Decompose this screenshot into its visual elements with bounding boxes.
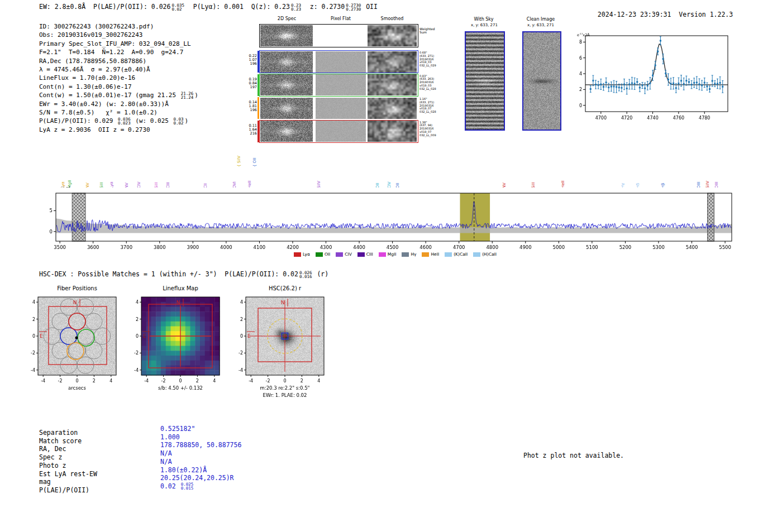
legend-swatch bbox=[422, 252, 429, 257]
match-row-label: P(LAE)/P(OII) bbox=[39, 486, 89, 494]
report-meta: 2024-12-23 23:39:31 Version 1.22.3 bbox=[590, 3, 733, 18]
legend-swatch bbox=[336, 252, 343, 257]
info-line: S/N = 7.8(±0.5) χ² = 1.0(±0.2) bbox=[39, 108, 198, 117]
emission-line-label: { OII bbox=[252, 158, 257, 167]
stacked-uncertainty: 0.230.23 bbox=[291, 3, 301, 11]
fiber-row-smoothed-image bbox=[368, 98, 417, 119]
stacked-uncertainty: 0.030.02 bbox=[174, 117, 184, 125]
cutout-xlabel-hsc: m:20.3 re:2.2" s:0.5" bbox=[237, 385, 332, 391]
match-row-label: RA, Dec bbox=[39, 445, 66, 453]
col-header-pixelflat: Pixel Flat bbox=[316, 16, 366, 21]
info-line: LineFlux = 1.70(±0.20)e-16 bbox=[39, 74, 198, 82]
fiber-row-weights: 0.221.07196 bbox=[245, 54, 257, 66]
fiber-row-pixelflat-image bbox=[316, 74, 366, 95]
legend-swatch bbox=[357, 252, 365, 257]
legend-item: MgII bbox=[379, 252, 397, 257]
cutout-title-lineflux: Lineflux Map bbox=[141, 285, 220, 291]
legend-swatch bbox=[379, 252, 386, 257]
match-row-value: 0.02 0.0250.015 bbox=[160, 482, 194, 491]
legend-item: CIV bbox=[336, 252, 352, 257]
info-line: Cont(w) = 1.50(±0.01)e-17 (gmag 21.25 21… bbox=[39, 91, 198, 99]
match-row-value: N/A bbox=[160, 449, 172, 457]
fiber-row-2dspec-image bbox=[260, 51, 313, 73]
info-line: Cont(n) = 1.30(±0.06)e-17 bbox=[39, 83, 198, 91]
legend-item: Hγ bbox=[402, 252, 416, 257]
legend-item: HeII bbox=[422, 252, 439, 257]
col-header-smoothed: Smoothed bbox=[368, 16, 417, 21]
spectrum-legend: LyαOIICIVCIIIMgIIHγHeII(K)CaII(H)CaII bbox=[47, 252, 743, 257]
stacked-uncertainty: 0.0260.016 bbox=[299, 271, 312, 279]
info-line: Obs: 20190316v019_3002762243 bbox=[39, 31, 198, 39]
info-line: λ = 4745.46Å σ = 2.97(±0.40)Å bbox=[39, 65, 198, 74]
legend-item: CIII bbox=[357, 252, 373, 257]
match-row-label: mag bbox=[39, 478, 51, 486]
photz-note: Phot z plot not available. bbox=[523, 452, 624, 459]
info-line: F=2.1" T=0.184 N̄=1.22 A=0.90 g=24.7 bbox=[39, 48, 198, 56]
legend-item: Lyα bbox=[294, 252, 310, 257]
match-row-label: Spec z bbox=[39, 453, 63, 461]
linefit-ylabel: e-17x2Å bbox=[577, 32, 590, 37]
cutout-xlabel-fiber: arcsecs bbox=[38, 385, 116, 391]
legend-item: (K)CaII bbox=[445, 252, 468, 257]
fiber-positions-image bbox=[22, 295, 123, 386]
fiber-row-weights: 0.141.81196 bbox=[245, 100, 257, 112]
fiber-row-2dspec-image bbox=[260, 74, 313, 95]
col-header-2dspec: 2D Spec bbox=[260, 16, 313, 21]
fiber-row-smoothed-image bbox=[368, 121, 417, 142]
emission-line-label: { SiIV bbox=[237, 156, 241, 167]
fiber-row-2dspec-image bbox=[260, 98, 313, 119]
fiber-row-pixelflat-image bbox=[316, 121, 366, 142]
info-line: EWr = 3.40(±0.42) (w: 2.80(±0.33))Å bbox=[39, 100, 198, 108]
fiber-row-2dspec-image bbox=[260, 121, 313, 142]
info-line: Primary Spec_Slot_IFU_AMP: 032_094_028_L… bbox=[39, 40, 198, 48]
fiber-row-weights: 0.111.64216 bbox=[245, 124, 257, 136]
match-row-value: 1.000 bbox=[160, 433, 180, 441]
match-row-label: Est LyA rest-EW bbox=[39, 470, 97, 478]
match-row-value: 178.788850, 50.887756 bbox=[160, 441, 241, 449]
stacked-uncertainty: 0.27300.2730 bbox=[346, 3, 361, 11]
stacked-uncertainty: 0.0250.015 bbox=[181, 482, 194, 490]
info-line: ID: 3002762243 (3002762243.pdf) bbox=[39, 22, 198, 31]
cutout-title-fiber: Fiber Positions bbox=[38, 285, 116, 291]
legend-item: (H)CaII bbox=[473, 252, 497, 257]
cutout-xlabel2-hsc: EWr: 1. PLAE: 0.02 bbox=[237, 392, 332, 398]
legend-swatch bbox=[473, 252, 480, 257]
detection-info-block: ID: 3002762243 (3002762243.pdf)Obs: 2019… bbox=[39, 22, 198, 134]
stacked-uncertainty: 0.0360.023 bbox=[118, 117, 131, 125]
info-line: LyA z = 2.9036 OII z = 0.2730 bbox=[39, 126, 198, 134]
fiber-row-annotation: 1.16"(633, 271)20190316v019_07032_LL_028 bbox=[419, 98, 443, 114]
elixer-report-page: { "header": { "parts": [ {"t":"EW: 2.8±0… bbox=[0, 0, 782, 532]
stacked-uncertainty: 21.2621.24 bbox=[181, 92, 194, 99]
match-row-label: Separation bbox=[39, 429, 78, 437]
legend-swatch bbox=[294, 252, 301, 257]
fiber-row-pixelflat-image bbox=[316, 51, 366, 73]
timestamp: 2024-12-23 23:39:31 bbox=[598, 11, 671, 18]
match-row-value: N/A bbox=[160, 458, 172, 466]
weighted-sum-smoothed-image bbox=[368, 25, 417, 46]
match-row-value: 1.80(±0.22)Å bbox=[160, 466, 207, 474]
lineflux-map-image bbox=[126, 295, 226, 386]
match-row-value: 20.25(20.24,20.25)R bbox=[160, 474, 234, 482]
fiber-row-smoothed-image bbox=[368, 74, 417, 95]
clean-title: Clean Image bbox=[518, 17, 563, 22]
fiber-row-annotation: 0.83"(633, 263)20190316v019_03032_LL_028 bbox=[419, 75, 443, 91]
cutout-title-hsc: HSC(26.2) r bbox=[246, 285, 324, 291]
summary-line: EW: 2.8±0.8Å P(LAE)/P(OII): 0.0260.0350.… bbox=[39, 3, 378, 11]
fiber-row-pixelflat-image bbox=[316, 98, 366, 119]
cutout-xlabel-lineflux: s/b: 4.50 +/- 0.132 bbox=[133, 385, 228, 391]
legend-swatch bbox=[445, 252, 452, 257]
fiber-row-color-tick bbox=[258, 97, 259, 119]
legend-item: OII bbox=[316, 252, 330, 257]
fiber-row-annotation: 0.68"(633, 271)20190316v019_03032_LL_029 bbox=[419, 51, 443, 68]
withsky-image bbox=[465, 31, 505, 131]
clean-image bbox=[522, 31, 561, 131]
match-row-value: 0.525182" bbox=[160, 425, 195, 433]
full-spectrum-chart bbox=[47, 188, 743, 251]
fiber-row-annotation: 1.38"(637, 94)20190316v019_07032_LL_009 bbox=[419, 121, 443, 137]
info-line: RA,Dec (178.788956,50.887886) bbox=[39, 57, 198, 65]
weighted-sum-2dspec-image bbox=[260, 25, 313, 46]
legend-swatch bbox=[316, 252, 323, 257]
legend-swatch bbox=[402, 252, 409, 257]
hsc-match-header: HSC-DEX : Possible Matches = 1 (within +… bbox=[39, 270, 328, 279]
match-row-label: Match score bbox=[39, 437, 82, 445]
